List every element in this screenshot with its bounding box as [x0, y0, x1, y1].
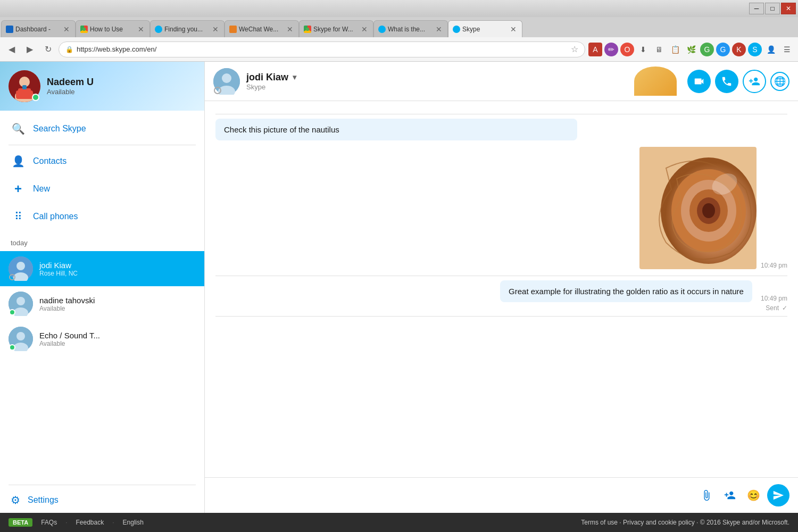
tab-dashboard[interactable]: Dashboard - ✕ [1, 20, 76, 37]
message-time-3: 10:49 pm [761, 295, 787, 302]
leaf-icon[interactable]: 🌿 [684, 43, 698, 56]
globe-button[interactable]: 🌐 [770, 72, 789, 91]
tab-finding[interactable]: Finding you... ✕ [150, 20, 225, 37]
tab-what-is-the[interactable]: What is the... ✕ [373, 20, 448, 37]
tab-wechat[interactable]: WeChat We... ✕ [225, 20, 299, 37]
messages-divider-top [215, 114, 787, 114]
settings-nav-item[interactable]: ⚙ Settings [0, 487, 204, 513]
add-contact-button[interactable] [743, 70, 766, 93]
tab-skype-active-label: Skype [462, 26, 507, 33]
settings-icon: ⚙ [11, 494, 20, 506]
message-time-2: 10:49 pm [761, 262, 787, 269]
tab-skype-active-close[interactable]: ✕ [509, 25, 518, 34]
new-nav-item[interactable]: + New [0, 175, 204, 203]
tab-skype-for-w[interactable]: Skype for W... ✕ [299, 20, 373, 37]
chat-input-area: 😊 [205, 477, 798, 513]
title-bar: ─ □ ✕ [0, 0, 798, 17]
clipboard-icon[interactable]: 📋 [668, 43, 682, 56]
user-status-dot [32, 94, 39, 101]
svg-point-10 [16, 297, 25, 305]
url-box[interactable]: 🔒 https://web.skype.com/en/ ☆ [59, 41, 585, 57]
input-actions: 😊 [697, 484, 789, 506]
attach-file-button[interactable] [697, 486, 716, 505]
skype-active-favicon [453, 26, 460, 33]
search-nav-item[interactable]: 🔍 Search Skype [0, 115, 204, 143]
tab-skype-for-w-close[interactable]: ✕ [360, 25, 369, 34]
search-icon: 🔍 [11, 121, 26, 136]
jodi-avatar [9, 256, 33, 281]
reload-button[interactable]: ↻ [40, 42, 55, 57]
call-phones-nav-item[interactable]: ⠿ Call phones [0, 203, 204, 230]
chat-dropdown-icon[interactable]: ▾ [293, 73, 296, 81]
user-info: Nadeem U Available [47, 77, 94, 96]
contact-item-jodi[interactable]: jodi Kiaw Rose Hill, NC [0, 251, 204, 286]
opera-icon[interactable]: O [620, 43, 634, 56]
add-contact-chat-button[interactable] [720, 486, 739, 505]
call-phones-label: Call phones [33, 212, 78, 221]
finding-favicon [155, 26, 162, 33]
svg-point-7 [16, 262, 25, 270]
send-button[interactable] [767, 484, 789, 506]
back-button[interactable]: ◀ [4, 42, 19, 57]
what-is-the-favicon [378, 26, 386, 33]
contacts-nav-item[interactable]: 👤 Contacts [0, 147, 204, 175]
person-icon[interactable]: 👤 [764, 43, 778, 56]
jodi-name: jodi Kiaw [39, 261, 78, 270]
nav-divider-1 [9, 145, 196, 145]
tabs-bar: Dashboard - ✕ How to Use ✕ Finding you..… [0, 17, 798, 37]
sent-check-icon: ✓ [782, 304, 787, 312]
avast-icon[interactable]: A [588, 43, 602, 56]
lock-icon: 🔒 [65, 46, 73, 53]
tab-skype-for-w-label: Skype for W... [313, 26, 358, 33]
contact-item-echo[interactable]: Echo / Sound T... Available [0, 321, 204, 356]
sent-meta: Sent ✓ [766, 304, 787, 312]
message-text-1: Check this picture of the nautilus [224, 125, 339, 134]
app-area: Nadeem U Available 🔍 Search Skype 👤 Cont… [0, 62, 798, 513]
tab-dashboard-label: Dashboard - [15, 26, 60, 33]
g-icon[interactable]: G [700, 43, 714, 56]
header-image-partial [634, 66, 677, 96]
forward-button[interactable]: ▶ [22, 42, 37, 57]
contacts-label: Contacts [33, 156, 66, 166]
video-call-button[interactable] [687, 70, 711, 93]
chat-contact-sub: Skype [246, 83, 628, 91]
pencil-icon[interactable]: ✏ [604, 43, 618, 56]
echo-sub: Available [39, 340, 100, 347]
svg-rect-5 [22, 85, 27, 89]
tab-how-to-use[interactable]: How to Use ✕ [76, 20, 150, 37]
tab-how-to-use-close[interactable]: ✕ [137, 25, 145, 34]
emoji-button[interactable]: 😊 [744, 486, 763, 505]
skype-icon[interactable]: S [748, 43, 762, 56]
nadine-sub: Available [39, 305, 95, 312]
screen-icon[interactable]: 🖥 [652, 43, 666, 56]
language-link[interactable]: English [123, 519, 144, 526]
chat-input[interactable] [213, 491, 691, 500]
feedback-link[interactable]: Feedback [76, 519, 104, 526]
close-button[interactable]: ✕ [781, 3, 796, 14]
maximize-button[interactable]: □ [765, 3, 780, 14]
svg-point-24 [702, 203, 715, 218]
bookmark-icon[interactable]: ☆ [571, 44, 578, 54]
tab-finding-close[interactable]: ✕ [211, 25, 220, 34]
k-icon[interactable]: K [732, 43, 746, 56]
new-label: New [33, 184, 50, 194]
user-status: Available [47, 88, 94, 96]
g2-icon[interactable]: G [716, 43, 730, 56]
menu-icon[interactable]: ☰ [780, 43, 794, 56]
faqs-link[interactable]: FAQs [41, 519, 57, 526]
contact-item-nadine[interactable]: nadine tahovski Available [0, 286, 204, 321]
tab-how-to-use-label: How to Use [90, 26, 135, 33]
echo-avatar [9, 327, 33, 351]
tab-what-is-the-close[interactable]: ✕ [435, 25, 443, 34]
skype-for-w-favicon [304, 26, 311, 33]
tab-dashboard-close[interactable]: ✕ [62, 25, 71, 34]
minimize-button[interactable]: ─ [749, 3, 764, 14]
tab-wechat-close[interactable]: ✕ [286, 25, 294, 34]
tab-skype-active[interactable]: Skype ✕ [448, 20, 522, 37]
chat-actions: 🌐 [634, 66, 789, 96]
echo-name: Echo / Sound T... [39, 331, 100, 340]
voice-call-button[interactable] [715, 70, 738, 93]
new-icon: + [11, 181, 26, 196]
download-icon[interactable]: ⬇ [636, 43, 650, 56]
tab-what-is-the-label: What is the... [388, 26, 433, 33]
